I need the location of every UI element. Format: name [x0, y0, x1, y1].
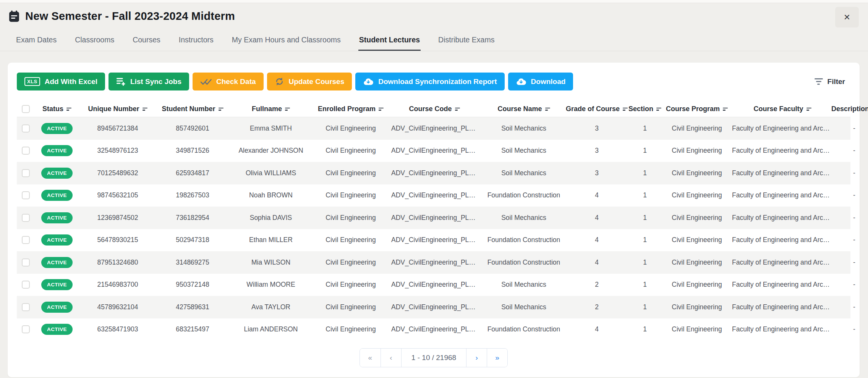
cell-course-name: Soil Mechanics [480, 281, 568, 289]
tab-distribute-exams[interactable]: Distribute Exams [437, 32, 495, 51]
column-label: Enrolled Program [318, 105, 376, 113]
cell-unique-number: 56478930215 [79, 236, 156, 244]
column-header-enrolled-program[interactable]: Enrolled Program [313, 105, 389, 113]
download-sync-report-button[interactable]: Download Synchronization Report [355, 73, 504, 90]
sort-icon [806, 108, 811, 111]
column-label: Course Code [409, 105, 452, 113]
cell-student-number: 950372148 [156, 281, 229, 289]
column-header-description[interactable]: Description [835, 105, 868, 113]
tab-classrooms[interactable]: Classrooms [74, 32, 115, 51]
column-header-fullname[interactable]: Fullname [229, 105, 313, 113]
close-button[interactable]: × [835, 7, 859, 27]
cell-fullname: Mia WILSON [229, 258, 313, 267]
column-header-course-faculty[interactable]: Course Faculty [730, 105, 835, 113]
cell-grade-of-course: 4 [568, 258, 626, 267]
sort-icon [143, 108, 147, 111]
tab-courses[interactable]: Courses [132, 32, 161, 51]
close-icon: × [844, 11, 850, 23]
status-badge: ACTIVE [41, 257, 73, 268]
prev-page-button[interactable]: ‹ [381, 349, 401, 367]
cell-course-code: ADV_CivilEngineering_PLN365 [389, 191, 480, 199]
row-checkbox[interactable] [22, 258, 30, 267]
tab-exam-dates[interactable]: Exam Dates [15, 32, 57, 51]
cell-description: - [835, 325, 868, 333]
cell-status: ACTIVE [34, 302, 79, 313]
cell-course-faculty: Faculty of Engineering and Architecture [730, 191, 835, 199]
row-checkbox[interactable] [22, 147, 30, 155]
cell-section: 1 [626, 214, 664, 222]
cell-grade-of-course: 2 [568, 281, 626, 289]
tab-my-exam-hours-and-classrooms[interactable]: My Exam Hours and Classrooms [231, 32, 342, 51]
student-lectures-panel: XLS Add With Excel List Sync Jobs [8, 63, 860, 377]
cell-fullname: Liam ANDERSON [229, 325, 313, 333]
cell-enrolled-program: Civil Engineering [313, 303, 389, 311]
cell-course-program: Civil Engineering [664, 236, 730, 244]
cell-description: - [835, 191, 868, 199]
page-title: New Semester - Fall 2023-2024 Midterm [25, 10, 235, 23]
cloud-download-icon [363, 78, 374, 86]
table-row: ACTIVE63258471903683215497Liam ANDERSONC… [17, 318, 850, 341]
cell-status: ACTIVE [34, 279, 79, 290]
sort-icon [66, 108, 71, 111]
cell-fullname: Emma SMITH [229, 124, 313, 132]
column-header-course-program[interactable]: Course Program [664, 105, 730, 113]
tab-instructors[interactable]: Instructors [178, 32, 214, 51]
cell-course-program: Civil Engineering [664, 281, 730, 289]
column-header-unique-number[interactable]: Unique Number [79, 105, 156, 113]
header: New Semester - Fall 2023-2024 Midterm × [0, 3, 868, 23]
table-row: ACTIVE56478930215502947318Ethan MILLERCi… [17, 229, 850, 252]
cell-course-faculty: Faculty of Engineering and Architecture [730, 169, 835, 177]
select-all-checkbox[interactable] [22, 105, 30, 113]
cell-unique-number: 45789632104 [79, 303, 156, 311]
cell-fullname: Olivia WILLIAMS [229, 169, 313, 177]
download-button[interactable]: Download [508, 73, 573, 90]
cell-student-number: 683215497 [156, 325, 229, 333]
last-page-button[interactable]: » [487, 349, 507, 367]
cell-unique-number: 89456721384 [79, 124, 156, 132]
add-with-excel-button[interactable]: XLS Add With Excel [17, 73, 105, 90]
update-courses-button[interactable]: Update Courses [267, 73, 352, 90]
filter-button[interactable]: Filter [815, 78, 850, 86]
cell-course-code: ADV_CivilEngineering_PLN365 [389, 236, 480, 244]
cell-student-number: 502947318 [156, 236, 229, 244]
cell-course-faculty: Faculty of Engineering and Architecture [730, 325, 835, 333]
column-header-section[interactable]: Section [626, 105, 664, 113]
cell-student-number: 427589631 [156, 303, 229, 311]
row-checkbox[interactable] [22, 214, 30, 222]
list-sync-jobs-button[interactable]: List Sync Jobs [108, 73, 189, 90]
cell-course-faculty: Faculty of Engineering and Architecture [730, 147, 835, 155]
table-row: ACTIVE32548976123349871526Alexander JOHN… [17, 140, 850, 162]
cell-section: 1 [626, 191, 664, 199]
cell-course-code: ADV_CivilEngineering_PLN365 [389, 147, 480, 155]
cell-student-number: 349871526 [156, 147, 229, 155]
row-checkbox[interactable] [22, 303, 30, 311]
row-checkbox[interactable] [22, 236, 30, 244]
cell-description: - [835, 258, 868, 267]
row-checkbox[interactable] [22, 124, 30, 132]
check-data-button[interactable]: Check Data [193, 73, 264, 90]
next-page-button[interactable]: › [466, 349, 487, 367]
first-page-button[interactable]: « [360, 349, 381, 367]
cell-student-number: 857492601 [156, 124, 229, 132]
tab-student-lectures[interactable]: Student Lectures [358, 32, 421, 51]
row-checkbox[interactable] [22, 281, 30, 289]
column-header-course-name[interactable]: Course Name [480, 105, 568, 113]
status-badge: ACTIVE [41, 302, 73, 313]
cell-course-program: Civil Engineering [664, 325, 730, 333]
column-header-status[interactable]: Status [34, 105, 79, 113]
column-label: Grade of Course [566, 105, 620, 113]
cell-course-code: ADV_CivilEngineering_PLN365 [389, 258, 480, 267]
cell-course-name: Foundation Construction [480, 236, 568, 244]
cell-section: 1 [626, 147, 664, 155]
row-checkbox[interactable] [22, 325, 30, 333]
column-header-course-code[interactable]: Course Code [389, 105, 480, 113]
cell-unique-number: 63258471903 [79, 325, 156, 333]
table-row: ACTIVE12369874502736182954Sophia DAVISCi… [17, 207, 850, 229]
status-badge: ACTIVE [41, 145, 73, 156]
column-header-student-number[interactable]: Student Number [156, 105, 229, 113]
row-checkbox[interactable] [22, 191, 30, 199]
row-checkbox[interactable] [22, 169, 30, 177]
status-badge: ACTIVE [41, 123, 73, 134]
cell-unique-number: 21546983700 [79, 281, 156, 289]
column-header-grade-of-course[interactable]: Grade of Course [568, 105, 626, 113]
